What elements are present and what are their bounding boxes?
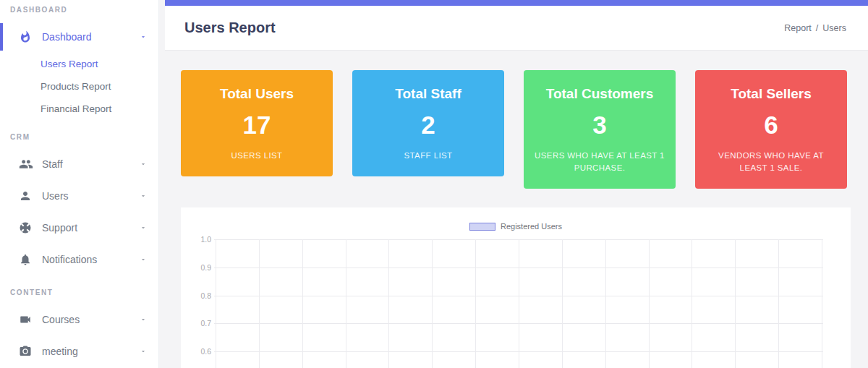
- stat-card-title: Total Staff: [362, 86, 494, 102]
- people-icon: [19, 157, 35, 171]
- sidebar-item-label: Dashboard: [42, 31, 140, 43]
- main-content: Users Report Report / Users Total Users …: [159, 0, 868, 368]
- chevron-down-icon: [140, 161, 147, 168]
- flame-icon: [19, 30, 35, 43]
- sidebar: DASHBOARD Dashboard Users Report Product…: [0, 0, 159, 368]
- sidebar-item-label: Notifications: [42, 254, 140, 265]
- app-screen: DASHBOARD Dashboard Users Report Product…: [0, 0, 868, 368]
- vertical-gridline: [605, 239, 606, 368]
- sidebar-item-meeting[interactable]: meeting: [0, 335, 158, 367]
- stat-card-value: 3: [534, 111, 665, 140]
- chevron-down-icon: [140, 348, 147, 355]
- chevron-down-icon: [140, 33, 147, 40]
- bell-icon: [19, 253, 35, 266]
- vertical-gridline: [562, 239, 563, 368]
- sidebar-item-label: Support: [42, 222, 140, 234]
- stat-cards-row: Total Users 17 USERS LIST Total Staff 2 …: [181, 70, 847, 189]
- section-label-dashboard: DASHBOARD: [0, 0, 158, 21]
- sidebar-item-label: Users: [42, 190, 140, 202]
- page-title: Users Report: [184, 20, 276, 36]
- stat-card-value: 2: [362, 111, 494, 140]
- stat-card-title: Total Sellers: [705, 86, 837, 102]
- sidebar-subitem-products-report[interactable]: Products Report: [0, 75, 158, 98]
- video-camera-icon: [19, 313, 35, 326]
- stat-card-total-users[interactable]: Total Users 17 USERS LIST: [181, 70, 333, 176]
- sidebar-item-staff[interactable]: Staff: [0, 148, 158, 180]
- stat-card-title: Total Customers: [534, 86, 665, 102]
- stat-card-title: Total Users: [191, 86, 323, 102]
- chevron-down-icon: [140, 316, 147, 323]
- chevron-down-icon: [140, 192, 147, 200]
- sidebar-item-label: Courses: [42, 314, 140, 325]
- stat-card-value: 17: [191, 111, 323, 140]
- y-tick-label: 0.6: [181, 347, 211, 356]
- stat-card-value: 6: [705, 111, 837, 140]
- stat-card-subtitle: STAFF LIST: [362, 150, 494, 162]
- sidebar-subitem-financial-report[interactable]: Financial Report: [0, 98, 158, 120]
- section-label-crm: CRM: [0, 120, 158, 148]
- stat-card-subtitle: USERS WHO HAVE AT LEAST 1 PURCHASE.: [534, 150, 665, 174]
- vertical-gridline: [388, 239, 389, 368]
- y-tick-label: 0.8: [181, 291, 211, 300]
- top-accent-bar: [165, 0, 868, 6]
- vertical-gridline: [649, 239, 650, 368]
- sidebar-item-dashboard[interactable]: Dashboard: [0, 21, 158, 53]
- camera-icon: [19, 345, 35, 358]
- vertical-gridline: [519, 239, 519, 368]
- stat-card-total-sellers[interactable]: Total Sellers 6 VENDORS WHO HAVE AT LEAS…: [695, 70, 847, 189]
- vertical-gridline: [822, 239, 822, 368]
- y-tick-label: 0.9: [181, 263, 211, 272]
- breadcrumb-parent[interactable]: Report: [784, 23, 812, 33]
- sidebar-item-support[interactable]: Support: [0, 212, 158, 244]
- vertical-gridline: [778, 239, 779, 368]
- sidebar-item-label: Staff: [42, 158, 140, 170]
- stat-card-total-customers[interactable]: Total Customers 3 USERS WHO HAVE AT LEAS…: [524, 70, 676, 189]
- sidebar-item-users[interactable]: Users: [0, 180, 158, 212]
- chevron-down-icon: [140, 224, 147, 231]
- stat-card-subtitle: USERS LIST: [191, 150, 323, 162]
- vertical-gridline: [346, 239, 346, 368]
- vertical-gridline: [735, 239, 736, 368]
- stat-card-subtitle: VENDORS WHO HAVE AT LEAST 1 SALE.: [705, 150, 837, 174]
- vertical-gridline: [302, 239, 303, 368]
- vertical-gridline: [259, 239, 260, 368]
- section-label-content: CONTENT: [0, 275, 158, 304]
- chart-plot-area: 1.00.90.80.70.6: [181, 207, 851, 368]
- vertical-gridline: [432, 239, 433, 368]
- stat-card-total-staff[interactable]: Total Staff 2 STAFF LIST: [352, 70, 504, 176]
- lifebuoy-icon: [19, 221, 35, 234]
- sidebar-item-notifications[interactable]: Notifications: [0, 244, 158, 275]
- active-item-indicator: [0, 23, 3, 51]
- vertical-gridline: [216, 239, 216, 368]
- breadcrumb-separator: /: [816, 23, 818, 33]
- registered-users-chart-panel: Registered Users 1.00.90.80.70.6: [181, 207, 851, 368]
- sidebar-subitem-users-report[interactable]: Users Report: [0, 53, 158, 75]
- person-icon: [19, 189, 35, 202]
- chevron-down-icon: [140, 256, 147, 263]
- y-tick-label: 1.0: [181, 235, 211, 244]
- vertical-gridline: [475, 239, 476, 368]
- dashboard-submenu: Users Report Products Report Financial R…: [0, 53, 158, 120]
- page-header: Users Report Report / Users: [165, 6, 868, 51]
- sidebar-item-label: meeting: [42, 346, 140, 357]
- breadcrumb-current: Users: [822, 23, 846, 33]
- sidebar-item-courses[interactable]: Courses: [0, 304, 158, 335]
- y-tick-label: 0.7: [181, 319, 211, 328]
- vertical-gridline: [692, 239, 692, 368]
- breadcrumb: Report / Users: [784, 23, 846, 33]
